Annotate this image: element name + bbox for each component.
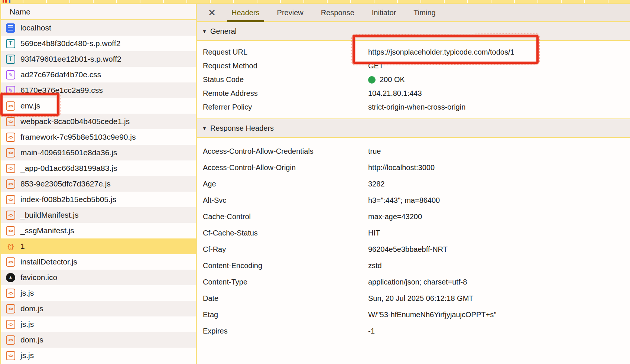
details-tabs: Headers Preview Response Initiator Timin… <box>231 4 436 21</box>
header-name: Content-Encoding <box>197 261 368 270</box>
section-title: Response Headers <box>210 124 274 133</box>
section-header[interactable]: ▼ Response Headers <box>197 118 630 138</box>
tab-label: Preview <box>277 9 303 17</box>
request-name: 6170e376e1cc2a99.css <box>20 86 103 95</box>
header-row: Request URL https://jsonplaceholder.typi… <box>197 45 630 59</box>
script-icon <box>6 226 15 235</box>
request-row[interactable]: localhost <box>1 20 196 36</box>
request-name: favicon.ico <box>20 273 57 282</box>
header-row: Date Sun, 20 Jul 2025 06:12:18 GMT <box>197 290 630 306</box>
header-row: Age 3282 <box>197 176 630 192</box>
close-icon[interactable]: ✕ <box>208 8 216 17</box>
header-value: W/"53-hfEnumeNh6YirfjyjaujcOPPT+s" <box>368 311 496 319</box>
request-name: main-4096916501e8da36.js <box>20 148 117 157</box>
request-row[interactable]: 569ce4b8f30dc480-s.p.woff2 <box>1 36 196 51</box>
request-row[interactable]: dom.js <box>1 332 196 348</box>
request-name: 569ce4b8f30dc480-s.p.woff2 <box>20 39 120 48</box>
header-row: Alt-Svc h3=":443"; ma=86400 <box>197 192 630 208</box>
script-icon <box>6 257 15 267</box>
request-row[interactable]: index-f008b2b15ecb5b05.js <box>1 192 196 207</box>
request-row[interactable]: ad27c676daf4b70e.css <box>1 67 196 82</box>
header-name: Alt-Svc <box>197 196 368 205</box>
script-icon <box>6 335 15 345</box>
header-name: Access-Control-Allow-Credentials <box>197 147 368 156</box>
request-row[interactable]: env.js <box>1 98 196 114</box>
tab-headers[interactable]: Headers <box>231 4 260 21</box>
request-row[interactable]: js.js <box>1 316 196 332</box>
fetch-icon <box>6 242 15 251</box>
request-name: _ssgManifest.js <box>20 226 74 235</box>
request-row[interactable]: 93f479601ee12b01-s.p.woff2 <box>1 51 196 67</box>
requests-list: localhost 569ce4b8f30dc480-s.p.woff2 93f… <box>1 20 196 364</box>
tab-response[interactable]: Response <box>321 4 354 21</box>
request-row[interactable]: _app-0d1ac66d38199a83.js <box>1 160 196 176</box>
header-value: zstd <box>368 261 382 270</box>
request-name: dom.js <box>20 304 43 313</box>
script-icon <box>6 195 15 204</box>
request-row[interactable]: 853-9e2305dfc7d3627e.js <box>1 176 196 192</box>
request-name: 853-9e2305dfc7d3627e.js <box>20 179 111 188</box>
request-row[interactable]: installDetector.js <box>1 254 196 270</box>
request-name: ad27c676daf4b70e.css <box>20 70 101 79</box>
tab-preview[interactable]: Preview <box>277 4 303 21</box>
script-icon <box>6 211 15 220</box>
section-header[interactable]: ▼ General <box>197 22 630 41</box>
header-name: Age <box>197 180 368 188</box>
request-row[interactable]: dom.js <box>1 301 196 316</box>
request-row[interactable]: 6170e376e1cc2a99.css <box>1 82 196 98</box>
request-row[interactable]: _ssgManifest.js <box>1 223 196 238</box>
script-icon <box>6 304 15 313</box>
header-row: Request Method GET <box>197 59 630 73</box>
header-name: Cf-Cache-Status <box>197 229 368 237</box>
request-name: js.js <box>20 320 34 329</box>
header-row: Content-Encoding zstd <box>197 257 630 274</box>
requests-panel: Name localhost 569ce4b8f30dc480-s.p.woff… <box>0 4 196 364</box>
header-name: Cf-Ray <box>197 245 368 254</box>
header-value: HIT <box>368 229 380 237</box>
request-name: js.js <box>20 351 34 360</box>
header-value: https://jsonplaceholder.typicode.com/tod… <box>368 48 514 56</box>
request-name: env.js <box>20 101 40 110</box>
request-row[interactable]: js.js <box>1 285 196 301</box>
header-value: 96204e5e3bbaebff-NRT <box>368 245 448 254</box>
header-row: Access-Control-Allow-Origin http://local… <box>197 159 630 176</box>
script-icon <box>6 320 15 329</box>
header-value: true <box>368 147 381 156</box>
request-name: installDetector.js <box>20 257 77 266</box>
disclosure-triangle-icon: ▼ <box>202 126 207 131</box>
request-row[interactable]: framework-7c95b8e5103c9e90.js <box>1 129 196 145</box>
request-row[interactable]: webpack-8cac0b4b405cede1.js <box>1 114 196 129</box>
favicon-icon <box>6 273 15 282</box>
tab-initiator[interactable]: Initiator <box>372 4 396 21</box>
header-name: Date <box>197 294 368 303</box>
header-value: http://localhost:3000 <box>368 163 435 172</box>
header-name: Request URL <box>197 48 368 56</box>
script-icon <box>6 117 15 126</box>
header-row: Expires -1 <box>197 323 630 339</box>
details-tabbar: ✕ Headers Preview Response Initiator Tim… <box>197 4 630 22</box>
request-row[interactable]: js.js <box>1 348 196 363</box>
request-row[interactable]: _buildManifest.js <box>1 207 196 223</box>
request-row-selected[interactable]: 1 <box>1 238 196 254</box>
script-icon <box>6 179 15 189</box>
section-rows: Access-Control-Allow-Credentials true Ac… <box>197 138 630 344</box>
header-value: Sun, 20 Jul 2025 06:12:18 GMT <box>368 294 474 303</box>
headers-section: ▼ General Request URL https://jsonplaceh… <box>197 22 630 118</box>
header-value: h3=":443"; ma=86400 <box>368 196 440 205</box>
request-details-panel: ✕ Headers Preview Response Initiator Tim… <box>197 4 630 364</box>
request-row[interactable]: favicon.ico <box>1 270 196 285</box>
request-name: 1 <box>20 242 25 251</box>
tab-label: Headers <box>231 9 260 17</box>
header-name: Expires <box>197 327 368 335</box>
header-name: Content-Type <box>197 278 368 286</box>
header-row: Status Code 200 OK <box>197 73 630 87</box>
request-name: framework-7c95b8e5103c9e90.js <box>20 133 136 142</box>
tab-timing[interactable]: Timing <box>413 4 435 21</box>
header-row: Referrer Policy strict-origin-when-cross… <box>197 100 630 114</box>
request-name: localhost <box>20 23 51 32</box>
script-icon <box>6 101 15 111</box>
header-value: 3282 <box>368 180 385 188</box>
request-row[interactable]: main-4096916501e8da36.js <box>1 145 196 160</box>
header-name: Referrer Policy <box>197 103 368 111</box>
name-column-header[interactable]: Name <box>1 4 196 20</box>
